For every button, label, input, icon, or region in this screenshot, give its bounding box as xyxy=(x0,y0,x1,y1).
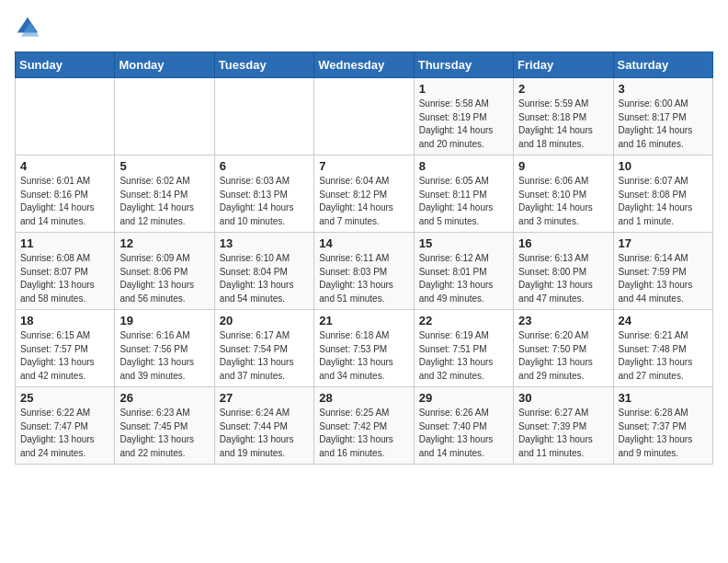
day-info: Sunrise: 6:24 AM Sunset: 7:44 PM Dayligh… xyxy=(220,407,309,460)
day-info: Sunrise: 5:58 AM Sunset: 8:19 PM Dayligh… xyxy=(419,98,508,151)
calendar-week-3: 11Sunrise: 6:08 AM Sunset: 8:07 PM Dayli… xyxy=(16,233,713,310)
day-info: Sunrise: 6:13 AM Sunset: 8:00 PM Dayligh… xyxy=(518,252,608,305)
day-number: 9 xyxy=(518,159,608,173)
calendar-cell: 30Sunrise: 6:27 AM Sunset: 7:39 PM Dayli… xyxy=(514,387,613,465)
day-number: 13 xyxy=(220,236,309,250)
column-header-friday: Friday xyxy=(514,52,613,78)
column-header-monday: Monday xyxy=(115,52,214,78)
calendar-cell: 19Sunrise: 6:16 AM Sunset: 7:56 PM Dayli… xyxy=(115,310,214,387)
day-number: 29 xyxy=(419,391,508,405)
day-number: 21 xyxy=(319,314,408,327)
day-number: 10 xyxy=(619,159,708,173)
calendar-table: SundayMondayTuesdayWednesdayThursdayFrid… xyxy=(15,52,713,465)
calendar-cell: 17Sunrise: 6:14 AM Sunset: 7:59 PM Dayli… xyxy=(613,233,712,310)
logo-icon xyxy=(15,15,40,40)
day-number: 12 xyxy=(119,236,209,250)
day-info: Sunrise: 6:22 AM Sunset: 7:47 PM Dayligh… xyxy=(20,407,109,460)
day-number: 5 xyxy=(119,159,209,173)
day-info: Sunrise: 6:26 AM Sunset: 7:40 PM Dayligh… xyxy=(419,407,508,460)
day-info: Sunrise: 6:03 AM Sunset: 8:13 PM Dayligh… xyxy=(220,175,309,228)
calendar-cell: 21Sunrise: 6:18 AM Sunset: 7:53 PM Dayli… xyxy=(314,310,414,387)
calendar-cell: 18Sunrise: 6:15 AM Sunset: 7:57 PM Dayli… xyxy=(16,310,115,387)
calendar-cell: 28Sunrise: 6:25 AM Sunset: 7:42 PM Dayli… xyxy=(314,387,414,465)
calendar-cell: 29Sunrise: 6:26 AM Sunset: 7:40 PM Dayli… xyxy=(414,387,513,465)
day-number: 16 xyxy=(518,236,608,250)
day-number: 23 xyxy=(518,314,608,327)
day-info: Sunrise: 6:05 AM Sunset: 8:11 PM Dayligh… xyxy=(419,175,508,228)
calendar-cell: 20Sunrise: 6:17 AM Sunset: 7:54 PM Dayli… xyxy=(214,310,313,387)
day-number: 11 xyxy=(20,236,109,250)
day-info: Sunrise: 6:15 AM Sunset: 7:57 PM Dayligh… xyxy=(20,329,109,383)
calendar-cell: 11Sunrise: 6:08 AM Sunset: 8:07 PM Dayli… xyxy=(16,233,115,310)
day-info: Sunrise: 6:28 AM Sunset: 7:37 PM Dayligh… xyxy=(619,407,708,460)
calendar-week-1: 1Sunrise: 5:58 AM Sunset: 8:19 PM Daylig… xyxy=(16,78,713,155)
day-number: 3 xyxy=(619,82,708,96)
day-number: 30 xyxy=(518,391,608,405)
day-info: Sunrise: 6:00 AM Sunset: 8:17 PM Dayligh… xyxy=(619,98,708,151)
day-info: Sunrise: 6:14 AM Sunset: 7:59 PM Dayligh… xyxy=(619,252,708,305)
day-number: 19 xyxy=(119,314,209,327)
day-number: 26 xyxy=(119,391,209,405)
day-number: 28 xyxy=(319,391,408,405)
calendar-week-4: 18Sunrise: 6:15 AM Sunset: 7:57 PM Dayli… xyxy=(16,310,713,387)
day-number: 18 xyxy=(20,314,109,327)
day-number: 6 xyxy=(220,159,309,173)
column-header-tuesday: Tuesday xyxy=(214,52,313,78)
day-number: 22 xyxy=(419,314,508,327)
day-info: Sunrise: 6:08 AM Sunset: 8:07 PM Dayligh… xyxy=(20,252,109,305)
day-number: 27 xyxy=(220,391,309,405)
calendar-cell: 12Sunrise: 6:09 AM Sunset: 8:06 PM Dayli… xyxy=(115,233,214,310)
column-header-sunday: Sunday xyxy=(16,52,115,78)
day-info: Sunrise: 6:01 AM Sunset: 8:16 PM Dayligh… xyxy=(20,175,109,228)
calendar-cell: 8Sunrise: 6:05 AM Sunset: 8:11 PM Daylig… xyxy=(414,155,513,233)
calendar-cell xyxy=(214,78,313,155)
calendar-header-row: SundayMondayTuesdayWednesdayThursdayFrid… xyxy=(16,52,713,78)
day-number: 15 xyxy=(419,236,508,250)
page-header xyxy=(15,15,713,40)
calendar-cell: 23Sunrise: 6:20 AM Sunset: 7:50 PM Dayli… xyxy=(514,310,613,387)
day-info: Sunrise: 6:02 AM Sunset: 8:14 PM Dayligh… xyxy=(119,175,209,228)
day-number: 1 xyxy=(419,82,508,96)
calendar-cell: 22Sunrise: 6:19 AM Sunset: 7:51 PM Dayli… xyxy=(414,310,513,387)
calendar-cell: 13Sunrise: 6:10 AM Sunset: 8:04 PM Dayli… xyxy=(214,233,313,310)
day-info: Sunrise: 6:04 AM Sunset: 8:12 PM Dayligh… xyxy=(319,175,408,228)
logo xyxy=(15,15,44,40)
day-info: Sunrise: 6:09 AM Sunset: 8:06 PM Dayligh… xyxy=(119,252,209,305)
calendar-cell xyxy=(16,78,115,155)
calendar-cell: 14Sunrise: 6:11 AM Sunset: 8:03 PM Dayli… xyxy=(314,233,414,310)
day-info: Sunrise: 5:59 AM Sunset: 8:18 PM Dayligh… xyxy=(518,98,608,151)
calendar-cell: 3Sunrise: 6:00 AM Sunset: 8:17 PM Daylig… xyxy=(613,78,712,155)
day-info: Sunrise: 6:07 AM Sunset: 8:08 PM Dayligh… xyxy=(619,175,708,228)
day-number: 8 xyxy=(419,159,508,173)
day-info: Sunrise: 6:11 AM Sunset: 8:03 PM Dayligh… xyxy=(319,252,408,305)
calendar-cell: 24Sunrise: 6:21 AM Sunset: 7:48 PM Dayli… xyxy=(613,310,712,387)
calendar-cell: 1Sunrise: 5:58 AM Sunset: 8:19 PM Daylig… xyxy=(414,78,513,155)
calendar-cell: 5Sunrise: 6:02 AM Sunset: 8:14 PM Daylig… xyxy=(115,155,214,233)
calendar-cell: 6Sunrise: 6:03 AM Sunset: 8:13 PM Daylig… xyxy=(214,155,313,233)
column-header-thursday: Thursday xyxy=(414,52,513,78)
day-info: Sunrise: 6:25 AM Sunset: 7:42 PM Dayligh… xyxy=(319,407,408,460)
column-header-wednesday: Wednesday xyxy=(314,52,414,78)
day-info: Sunrise: 6:23 AM Sunset: 7:45 PM Dayligh… xyxy=(119,407,209,460)
calendar-cell: 7Sunrise: 6:04 AM Sunset: 8:12 PM Daylig… xyxy=(314,155,414,233)
calendar-cell: 25Sunrise: 6:22 AM Sunset: 7:47 PM Dayli… xyxy=(16,387,115,465)
calendar-cell: 27Sunrise: 6:24 AM Sunset: 7:44 PM Dayli… xyxy=(214,387,313,465)
day-info: Sunrise: 6:20 AM Sunset: 7:50 PM Dayligh… xyxy=(518,329,608,383)
day-number: 31 xyxy=(619,391,708,405)
day-info: Sunrise: 6:16 AM Sunset: 7:56 PM Dayligh… xyxy=(119,329,209,383)
calendar-cell: 9Sunrise: 6:06 AM Sunset: 8:10 PM Daylig… xyxy=(514,155,613,233)
column-header-saturday: Saturday xyxy=(613,52,712,78)
calendar-cell: 10Sunrise: 6:07 AM Sunset: 8:08 PM Dayli… xyxy=(613,155,712,233)
day-number: 24 xyxy=(619,314,708,327)
calendar-cell: 16Sunrise: 6:13 AM Sunset: 8:00 PM Dayli… xyxy=(514,233,613,310)
calendar-cell xyxy=(314,78,414,155)
calendar-cell: 4Sunrise: 6:01 AM Sunset: 8:16 PM Daylig… xyxy=(16,155,115,233)
day-info: Sunrise: 6:17 AM Sunset: 7:54 PM Dayligh… xyxy=(220,329,309,383)
calendar-cell: 26Sunrise: 6:23 AM Sunset: 7:45 PM Dayli… xyxy=(115,387,214,465)
day-info: Sunrise: 6:27 AM Sunset: 7:39 PM Dayligh… xyxy=(518,407,608,460)
day-info: Sunrise: 6:18 AM Sunset: 7:53 PM Dayligh… xyxy=(319,329,408,383)
day-info: Sunrise: 6:19 AM Sunset: 7:51 PM Dayligh… xyxy=(419,329,508,383)
day-info: Sunrise: 6:10 AM Sunset: 8:04 PM Dayligh… xyxy=(220,252,309,305)
day-number: 20 xyxy=(220,314,309,327)
calendar-cell: 15Sunrise: 6:12 AM Sunset: 8:01 PM Dayli… xyxy=(414,233,513,310)
